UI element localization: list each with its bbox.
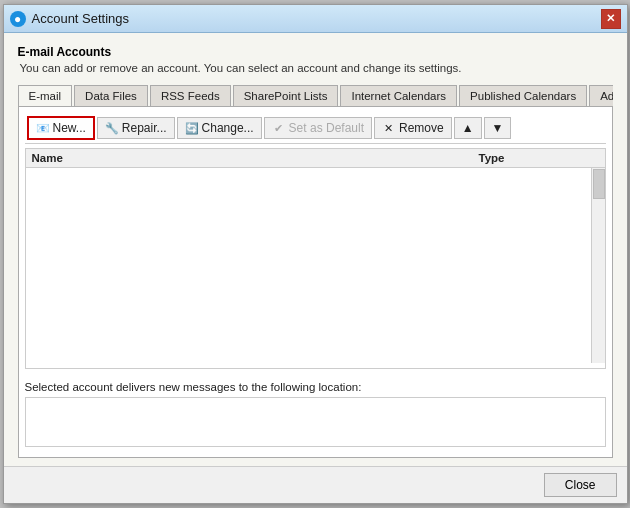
account-settings-window: ● Account Settings ✕ E-mail Accounts You… [3, 4, 628, 504]
title-bar-controls: ✕ [601, 9, 621, 29]
window-body: E-mail Accounts You can add or remove an… [4, 33, 627, 466]
header-description: You can add or remove an account. You ca… [20, 62, 613, 74]
check-icon: ✔ [272, 121, 286, 135]
tab-internet-calendars[interactable]: Internet Calendars [340, 85, 457, 107]
tab-address-books[interactable]: Address Books [589, 85, 612, 107]
remove-icon: ✕ [382, 121, 396, 135]
bottom-bar: Close [4, 466, 627, 503]
move-down-button[interactable]: ▼ [484, 117, 512, 139]
repair-icon: 🔧 [105, 121, 119, 135]
table-body[interactable] [26, 168, 605, 363]
column-name-header: Name [32, 152, 479, 164]
column-type-header: Type [479, 152, 599, 164]
new-icon: 📧 [36, 121, 50, 135]
title-bar: ● Account Settings ✕ [4, 5, 627, 33]
tab-data-files[interactable]: Data Files [74, 85, 148, 107]
tab-rss-feeds[interactable]: RSS Feeds [150, 85, 231, 107]
tabs-container: E-mail Data Files RSS Feeds SharePoint L… [18, 84, 613, 107]
footer-section: Selected account delivers new messages t… [25, 377, 606, 451]
down-arrow-icon: ▼ [492, 121, 504, 135]
change-button[interactable]: 🔄 Change... [177, 117, 262, 139]
change-label: Change... [202, 121, 254, 135]
change-icon: 🔄 [185, 121, 199, 135]
app-icon: ● [10, 11, 26, 27]
close-dialog-button[interactable]: Close [544, 473, 617, 497]
repair-label: Repair... [122, 121, 167, 135]
tab-sharepoint-lists[interactable]: SharePoint Lists [233, 85, 339, 107]
tab-content: 📧 New... 🔧 Repair... 🔄 Change... ✔ Set a… [18, 107, 613, 458]
header-title: E-mail Accounts [18, 45, 613, 59]
scrollbar-thumb[interactable] [593, 169, 605, 199]
set-default-button[interactable]: ✔ Set as Default [264, 117, 372, 139]
new-label: New... [53, 121, 86, 135]
email-accounts-table: Name Type [25, 148, 606, 369]
remove-button[interactable]: ✕ Remove [374, 117, 452, 139]
title-bar-left: ● Account Settings [10, 11, 130, 27]
move-up-button[interactable]: ▲ [454, 117, 482, 139]
tab-email[interactable]: E-mail [18, 85, 73, 107]
new-button[interactable]: 📧 New... [27, 116, 95, 140]
repair-button[interactable]: 🔧 Repair... [97, 117, 175, 139]
footer-location-box [25, 397, 606, 447]
set-default-label: Set as Default [289, 121, 364, 135]
remove-label: Remove [399, 121, 444, 135]
toolbar: 📧 New... 🔧 Repair... 🔄 Change... ✔ Set a… [25, 113, 606, 144]
scrollbar[interactable] [591, 168, 605, 363]
footer-text: Selected account delivers new messages t… [25, 381, 606, 393]
close-button[interactable]: ✕ [601, 9, 621, 29]
table-header: Name Type [26, 149, 605, 168]
up-arrow-icon: ▲ [462, 121, 474, 135]
window-title: Account Settings [32, 11, 130, 26]
header-section: E-mail Accounts You can add or remove an… [18, 45, 613, 74]
tab-published-calendars[interactable]: Published Calendars [459, 85, 587, 107]
